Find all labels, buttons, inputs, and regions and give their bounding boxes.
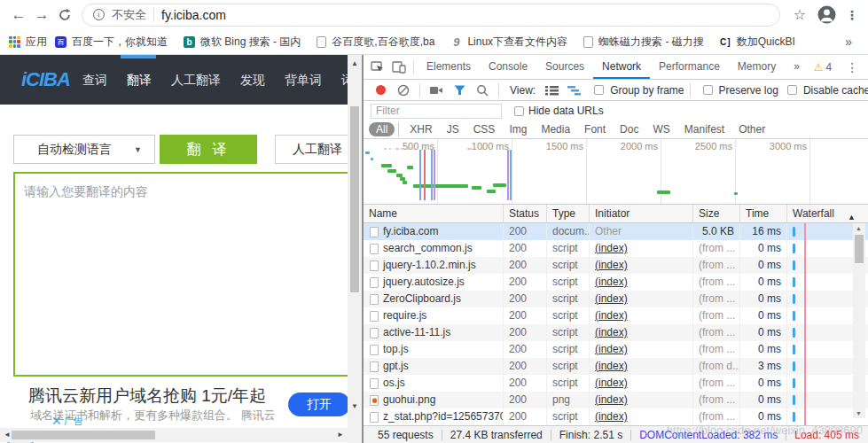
type-filter[interactable]: Doc bbox=[613, 122, 645, 136]
column-header[interactable]: Initiator bbox=[590, 205, 693, 222]
apps-label[interactable]: 应用 bbox=[26, 35, 47, 50]
initiator-cell[interactable]: (index) bbox=[590, 240, 693, 257]
ad-open-button[interactable]: 打开 bbox=[288, 392, 348, 416]
type-filter[interactable]: All bbox=[369, 122, 395, 136]
scroll-right-icon[interactable]: ► bbox=[337, 431, 344, 439]
show-overview-icon[interactable] bbox=[564, 81, 585, 100]
request-name-cell[interactable]: active-11-11.js bbox=[364, 324, 504, 341]
request-name-cell[interactable]: gpt.js bbox=[364, 358, 504, 375]
hide-data-urls-checkbox[interactable] bbox=[514, 106, 524, 116]
disable-cache-checkbox[interactable] bbox=[787, 85, 797, 95]
column-header[interactable]: Status bbox=[504, 205, 547, 222]
table-row[interactable]: search_common.js 200 script (index) (fro… bbox=[364, 240, 868, 257]
type-filter[interactable]: Manifest bbox=[677, 122, 731, 136]
initiator-cell[interactable]: (index) bbox=[590, 375, 693, 392]
screenshot-camera-icon[interactable] bbox=[426, 81, 447, 100]
initiator-cell[interactable]: (index) bbox=[590, 392, 693, 408]
table-row[interactable]: top.js 200 script (index) (from ... 0 ms bbox=[364, 341, 868, 358]
type-filter[interactable]: Other bbox=[731, 122, 772, 136]
horizontal-scrollbar[interactable]: ◄ ► bbox=[0, 428, 348, 442]
type-filter[interactable]: Font bbox=[577, 122, 613, 136]
translate-button[interactable]: 翻 译 bbox=[160, 135, 257, 164]
initiator-cell[interactable]: (index) bbox=[590, 274, 693, 291]
initiator-cell[interactable]: (index) bbox=[590, 307, 693, 324]
column-header[interactable]: Type bbox=[547, 205, 590, 222]
scroll-up-icon[interactable]: ▲ bbox=[351, 59, 358, 67]
devtools-tab[interactable]: Memory bbox=[729, 55, 785, 79]
table-row[interactable]: guohui.png 200 png (index) (from ... 0 m… bbox=[364, 392, 868, 408]
bookmark-item[interactable]: 数加QuickBI bbox=[720, 35, 795, 50]
group-by-frame-checkbox[interactable] bbox=[594, 85, 604, 95]
bookmark-item[interactable]: Linux下查看文件内容 bbox=[450, 35, 567, 50]
scroll-left-icon[interactable]: ◄ bbox=[4, 431, 11, 439]
site-nav-item[interactable]: 词霸下载 bbox=[332, 55, 348, 105]
type-filter[interactable]: XHR bbox=[398, 122, 439, 136]
devtools-tab[interactable]: Console bbox=[480, 55, 536, 79]
ad-tag[interactable]: ✕ 广告 bbox=[51, 414, 83, 428]
column-header[interactable]: Time bbox=[740, 205, 787, 222]
horizontal-scroll-thumb[interactable] bbox=[12, 431, 155, 439]
table-row[interactable]: ZeroClipboard.js 200 script (index) (fro… bbox=[364, 291, 868, 307]
site-nav-item[interactable]: 人工翻译 bbox=[161, 55, 231, 105]
browser-menu-icon[interactable]: ⋮ bbox=[843, 8, 861, 22]
network-overview-timeline[interactable]: 500 ms1000 ms1500 ms2000 ms2500 ms3000 m… bbox=[364, 139, 868, 205]
site-nav-item[interactable]: 背单词 bbox=[275, 55, 332, 105]
ad-close-icon[interactable]: ✕ bbox=[51, 414, 62, 428]
site-logo[interactable]: iCIBA bbox=[21, 68, 70, 91]
initiator-cell[interactable]: (index) bbox=[590, 341, 693, 358]
request-name-cell[interactable]: z_stat.php?id=1256573702&w... bbox=[364, 408, 504, 425]
request-name-cell[interactable]: ZeroClipboard.js bbox=[364, 291, 504, 307]
table-row[interactable]: fy.iciba.com 200 docum... Other 5.0 KB 1… bbox=[364, 223, 868, 240]
preserve-log-checkbox[interactable] bbox=[703, 85, 713, 95]
table-row[interactable]: jquery-1.10.2.min.js 200 script (index) … bbox=[364, 257, 868, 274]
column-header[interactable]: Name bbox=[364, 205, 504, 222]
vertical-scroll-thumb[interactable] bbox=[350, 106, 359, 292]
site-nav-item[interactable]: 查词 bbox=[73, 55, 117, 105]
bookmark-star-icon[interactable]: ☆ bbox=[789, 6, 810, 23]
reload-icon[interactable] bbox=[53, 4, 76, 27]
translate-input[interactable] bbox=[13, 172, 348, 377]
forward-icon[interactable]: → bbox=[30, 4, 53, 27]
type-filter[interactable]: CSS bbox=[466, 122, 503, 136]
type-filter[interactable]: WS bbox=[645, 122, 676, 136]
console-warning-badge[interactable]: ⚠ 4 bbox=[809, 61, 837, 74]
bookmark-item[interactable]: 谷百度歌,百谷歌度,ba bbox=[317, 35, 434, 50]
request-name-cell[interactable]: top.js bbox=[364, 341, 504, 358]
table-scroll-thumb[interactable] bbox=[855, 235, 864, 263]
inspect-element-icon[interactable] bbox=[367, 58, 388, 77]
initiator-cell[interactable]: (index) bbox=[590, 324, 693, 341]
request-name-cell[interactable]: os.js bbox=[364, 375, 504, 392]
bookmark-item[interactable]: 蜘蛛磁力搜索 - 磁力搜 bbox=[583, 35, 704, 50]
table-row[interactable]: require.js 200 script (index) (from ... … bbox=[364, 307, 868, 324]
address-bar[interactable]: 不安全 fy.iciba.com bbox=[82, 4, 780, 27]
clear-icon[interactable] bbox=[397, 84, 410, 97]
initiator-cell[interactable]: (index) bbox=[590, 291, 693, 307]
bookmark-item[interactable]: 百度一下，你就知道 bbox=[55, 35, 168, 50]
table-scrollbar[interactable]: ▲ ▼ bbox=[853, 223, 865, 418]
type-filter[interactable]: Media bbox=[534, 122, 577, 136]
url-text[interactable]: fy.iciba.com bbox=[161, 8, 226, 22]
request-name-cell[interactable]: require.js bbox=[364, 307, 504, 324]
back-icon[interactable]: ← bbox=[7, 4, 30, 27]
record-button[interactable] bbox=[376, 85, 386, 95]
devtools-tab[interactable]: Network bbox=[593, 55, 650, 79]
table-scroll-up-icon[interactable]: ▲ bbox=[856, 225, 862, 231]
devtools-tab[interactable]: Elements bbox=[418, 55, 480, 79]
initiator-cell[interactable]: (index) bbox=[590, 257, 693, 274]
human-translate-button[interactable]: 人工翻译 bbox=[275, 135, 348, 164]
request-name-cell[interactable]: fy.iciba.com bbox=[364, 223, 504, 240]
initiator-cell[interactable]: (index) bbox=[590, 358, 693, 375]
table-row[interactable]: active-11-11.js 200 script (index) (from… bbox=[364, 324, 868, 341]
filter-input[interactable] bbox=[371, 104, 502, 119]
vertical-scrollbar[interactable]: ▲ ▼ bbox=[348, 55, 362, 443]
column-header[interactable]: Size bbox=[693, 205, 740, 222]
site-nav-item[interactable]: 发现 bbox=[231, 55, 275, 105]
scroll-down-icon[interactable]: ▼ bbox=[351, 402, 358, 410]
devtools-menu-icon[interactable]: ⋮ bbox=[839, 60, 865, 74]
column-header[interactable]: Waterfall bbox=[787, 205, 868, 222]
request-name-cell[interactable]: jquery.autosize.js bbox=[364, 274, 504, 291]
request-name-cell[interactable]: guohui.png bbox=[364, 392, 504, 408]
devtools-tab[interactable]: Performance bbox=[650, 55, 729, 79]
table-row[interactable]: gpt.js 200 script (index) (from d... 3 m… bbox=[364, 358, 868, 375]
table-row[interactable]: os.js 200 script (index) (from ... 0 ms bbox=[364, 375, 868, 392]
